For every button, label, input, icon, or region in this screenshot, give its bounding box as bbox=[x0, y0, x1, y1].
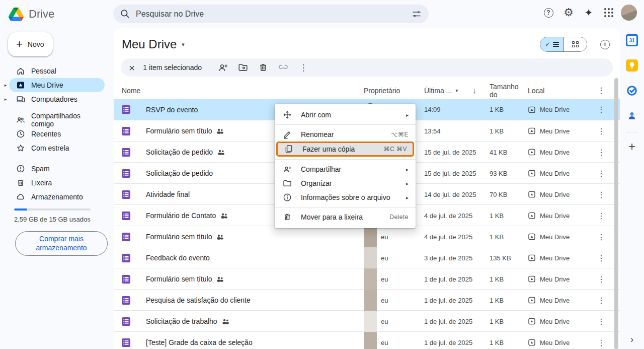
grid-view-button[interactable] bbox=[564, 37, 587, 51]
modified-date: 14:09 bbox=[424, 106, 490, 113]
table-row[interactable]: Formulário sem título eu 1 de jul. de 20… bbox=[114, 268, 620, 290]
side-panel-rail: 31 + › bbox=[620, 28, 644, 349]
list-view-button[interactable]: ✓ bbox=[540, 37, 564, 51]
menu-item-organizar[interactable]: Organizar ▸ bbox=[275, 176, 416, 190]
contacts-app-button[interactable] bbox=[626, 110, 638, 122]
sidebar-item-lixeira[interactable]: Lixeira bbox=[9, 176, 105, 190]
storage-progress-bar bbox=[14, 208, 91, 211]
shared-icon bbox=[220, 212, 228, 220]
location-chip[interactable]: Meu Drive bbox=[528, 317, 596, 325]
left-sidebar: + Novo Pessoal ▸ Meu Drive ▸ Computadore… bbox=[0, 28, 114, 349]
apps-menu-button[interactable] bbox=[601, 5, 617, 21]
move-to-folder-button[interactable] bbox=[237, 61, 249, 74]
more-actions-button[interactable]: ⋮ bbox=[297, 61, 309, 74]
file-size: 135 KB bbox=[490, 254, 528, 262]
file-name: Solicitação de pedido bbox=[146, 148, 213, 156]
column-header-name[interactable]: Nome bbox=[122, 87, 364, 95]
search-bar[interactable] bbox=[113, 5, 429, 23]
location-chip[interactable]: Meu Drive bbox=[528, 127, 596, 135]
row-more-button[interactable]: ⋮ bbox=[596, 190, 612, 199]
buy-storage-button[interactable]: Comprar mais armazenamento bbox=[15, 231, 108, 256]
location-chip[interactable]: Meu Drive bbox=[528, 169, 596, 177]
keep-icon bbox=[626, 59, 638, 72]
location-chip[interactable]: Meu Drive bbox=[528, 212, 596, 220]
help-button[interactable]: ? bbox=[540, 5, 556, 21]
sidebar-item-meu-drive[interactable]: ▸ Meu Drive bbox=[9, 78, 105, 92]
table-row[interactable]: [Teste] Grade da caixa de seleção eu 1 d… bbox=[114, 332, 620, 349]
get-link-button[interactable] bbox=[277, 61, 289, 74]
location-chip[interactable]: Meu Drive bbox=[528, 338, 596, 346]
sidebar-item-spam[interactable]: Spam bbox=[9, 162, 105, 176]
table-row[interactable]: Feedback do evento eu 3 de jul. de 2025 … bbox=[114, 247, 620, 268]
row-more-button[interactable]: ⋮ bbox=[596, 253, 612, 263]
view-toggle: ✓ bbox=[540, 37, 587, 52]
details-button[interactable]: i bbox=[600, 40, 610, 49]
table-row[interactable]: Formulário sem título eu 4 de jul. de 20… bbox=[114, 226, 620, 247]
search-input[interactable] bbox=[136, 10, 412, 19]
selection-toolbar: × 1 item selecionado ⋮ bbox=[121, 58, 613, 77]
owner-avatar bbox=[364, 290, 377, 311]
gemini-button[interactable]: ✦ bbox=[581, 5, 597, 21]
menu-item-mover-para-lixeira[interactable]: Mover para a lixeira Delete bbox=[275, 210, 416, 224]
location-chip[interactable]: Meu Drive bbox=[528, 275, 596, 283]
account-avatar[interactable] bbox=[621, 5, 637, 21]
row-more-button[interactable]: ⋮ bbox=[596, 296, 612, 305]
settings-button[interactable]: ⚙ bbox=[560, 5, 577, 21]
menu-item-fazer-uma-copia[interactable]: Fazer uma cópia ⌘C ⌘V bbox=[276, 142, 414, 157]
owner-avatar bbox=[364, 247, 377, 268]
vertical-scrollbar[interactable] bbox=[614, 78, 618, 349]
calendar-app-button[interactable]: 31 bbox=[626, 34, 638, 46]
search-filters-icon[interactable] bbox=[412, 9, 422, 19]
row-more-button[interactable]: ⋮ bbox=[596, 317, 612, 326]
share-add-person-button[interactable] bbox=[217, 61, 229, 74]
location-chip[interactable]: Meu Drive bbox=[528, 190, 596, 198]
sidebar-item-armazenamento[interactable]: Armazenamento bbox=[9, 190, 105, 204]
row-more-button[interactable]: ⋮ bbox=[596, 126, 612, 136]
location-chip[interactable]: Meu Drive bbox=[528, 106, 596, 114]
sidebar-item-computadores[interactable]: ▸ Computadores bbox=[9, 92, 105, 106]
menu-item-informacoes[interactable]: Informações sobre o arquivo ▸ bbox=[275, 190, 416, 204]
list-view-icon bbox=[553, 42, 559, 47]
file-name: Formulário sem título bbox=[146, 127, 212, 135]
sidebar-item-recentes[interactable]: Recentes bbox=[9, 127, 105, 141]
add-apps-button[interactable]: + bbox=[628, 139, 635, 154]
row-more-button[interactable]: ⋮ bbox=[596, 274, 612, 284]
row-more-button[interactable]: ⋮ bbox=[596, 211, 612, 221]
sidebar-item-pessoal[interactable]: Pessoal bbox=[9, 64, 105, 78]
menu-item-renomear[interactable]: Renomear ⌥⌘E bbox=[275, 127, 416, 142]
menu-item-abrir-com[interactable]: Abrir com ▸ bbox=[275, 108, 416, 122]
sidebar-item-compartilhados[interactable]: Compartilhados comigo bbox=[9, 113, 105, 127]
location-chip[interactable]: Meu Drive bbox=[528, 233, 596, 241]
column-header-owner: Proprietário bbox=[364, 87, 424, 95]
new-button[interactable]: + Novo bbox=[8, 32, 53, 56]
row-more-button[interactable]: ⋮ bbox=[596, 105, 612, 114]
row-more-button[interactable]: ⋮ bbox=[596, 148, 612, 157]
table-row[interactable]: Pesquisa de satisfação do cliente eu 1 d… bbox=[114, 290, 620, 311]
keep-app-button[interactable] bbox=[626, 59, 638, 72]
file-size: 1 KB bbox=[490, 127, 528, 135]
sidebar-item-com-estrela[interactable]: Com estrela bbox=[9, 141, 105, 155]
tasks-app-button[interactable] bbox=[626, 85, 638, 97]
row-more-button[interactable]: ⋮ bbox=[596, 338, 612, 347]
column-header-modified[interactable]: Última ... ▾ ↓ bbox=[424, 86, 490, 95]
clear-selection-button[interactable]: × bbox=[129, 62, 135, 73]
expand-caret-icon[interactable]: ▸ bbox=[3, 83, 8, 88]
drive-logo[interactable]: Drive bbox=[9, 8, 54, 21]
drive-location-icon bbox=[528, 148, 536, 156]
table-options-button[interactable]: ⋮ bbox=[596, 86, 612, 95]
forms-file-icon bbox=[122, 233, 130, 241]
page-title-dropdown[interactable]: Meu Drive ▾ bbox=[122, 37, 185, 51]
expand-caret-icon[interactable]: ▸ bbox=[3, 97, 8, 102]
sort-field-caret-icon[interactable]: ▾ bbox=[455, 88, 458, 93]
location-chip[interactable]: Meu Drive bbox=[528, 254, 596, 262]
sort-direction-icon[interactable]: ↓ bbox=[472, 86, 476, 95]
row-more-button[interactable]: ⋮ bbox=[596, 169, 612, 178]
file-size: 1 KB bbox=[490, 106, 528, 113]
trash-selection-button[interactable] bbox=[257, 61, 269, 74]
table-row[interactable]: Solicitação de trabalho eu 1 de jul. de … bbox=[114, 311, 620, 332]
location-chip[interactable]: Meu Drive bbox=[528, 148, 596, 156]
row-more-button[interactable]: ⋮ bbox=[596, 232, 612, 242]
collapse-panel-button[interactable]: › bbox=[630, 334, 633, 345]
menu-item-compartilhar[interactable]: Compartilhar ▸ bbox=[275, 162, 416, 176]
location-chip[interactable]: Meu Drive bbox=[528, 296, 596, 304]
